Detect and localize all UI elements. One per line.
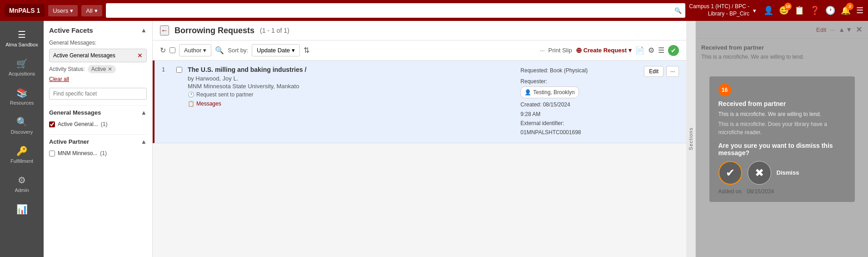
help-icon[interactable]: ❓ <box>810 5 820 15</box>
campus-arrow[interactable]: ▾ <box>753 7 756 14</box>
tasks-icon[interactable]: 📋 <box>794 5 804 15</box>
toolbar: ↻ Author ▾ 🔍 Sort by: Update Date ▾ ⇅ ··… <box>153 40 686 60</box>
added-label: Added on <box>718 188 742 195</box>
main-layout: ☰ Alma Sandbox 🛒 Acquisitions 📚 Resource… <box>0 21 868 257</box>
sidebar-item-admin[interactable]: ⚙ Admin <box>1 170 42 197</box>
sidebar-item-fulfillment[interactable]: 🔑 Fulfillment <box>1 141 42 168</box>
dismiss-confirm-button[interactable]: ✔ <box>718 161 742 185</box>
search-icon[interactable]: 🔍 <box>674 7 682 14</box>
list-view-button[interactable]: ☰ <box>658 46 664 55</box>
menu-icon[interactable]: ☰ <box>856 5 863 15</box>
content-header: ← Borrowing Requests (1 - 1 of 1) <box>153 21 686 40</box>
status-text: Request sent to partner <box>196 91 253 98</box>
resources-icon: 📚 <box>16 87 28 98</box>
dismiss-overlay: 16 Received from partner This is a micro… <box>696 21 868 257</box>
top-navigation: MnPALS 1 Users ▾ All ▾ 🔍 Campus 1 (HTC) … <box>0 0 868 21</box>
sort-direction-button[interactable]: ⇅ <box>304 46 309 55</box>
dismiss-badge: 16 <box>718 84 731 96</box>
dismiss-question: Are you sure you want to dismiss this me… <box>718 142 846 156</box>
search-input[interactable] <box>110 7 675 14</box>
sidebar-item-acquisitions[interactable]: 🛒 Acquisitions <box>1 54 42 81</box>
person-icon: 👤 <box>524 88 531 97</box>
sidebar-item-resources[interactable]: 📚 Resources <box>1 83 42 110</box>
external-id-row: External identifier: 01MNPALSHTC0001698 <box>520 119 639 137</box>
dismiss-label: Dismiss <box>777 169 799 176</box>
general-messages-collapse[interactable]: ▲ <box>141 109 147 116</box>
row-more-button[interactable]: ··· <box>666 66 679 77</box>
print-slip-button[interactable]: Print Slip <box>549 47 572 54</box>
right-panel: Edit ··· ▲ ▼ ✕ Received from partner Thi… <box>695 21 868 257</box>
facets-title: Active Facets <box>49 26 93 34</box>
sort-field-button[interactable]: Update Date ▾ <box>252 44 300 56</box>
sections-label: Sections <box>688 127 693 150</box>
messages-link[interactable]: 📋 Messages <box>188 101 515 107</box>
table-row: 1 The U.S. milling and baking industries… <box>153 60 686 143</box>
page-title: Borrowing Requests <box>175 26 254 35</box>
sidebar-item-alma-sandbox[interactable]: ☰ Alma Sandbox <box>1 25 42 52</box>
created-time: 9:28 AM <box>520 110 639 119</box>
dismiss-card: 16 Received from partner This is a micro… <box>709 76 855 202</box>
active-partner-collapse[interactable]: ▲ <box>141 138 147 145</box>
active-partner-checkbox[interactable] <box>49 151 55 156</box>
user-icon[interactable]: 👤 <box>763 5 773 15</box>
search-scope-button[interactable]: Users ▾ <box>48 5 78 16</box>
notifications-icon[interactable]: 🔔 3 <box>841 5 851 15</box>
search-filter-button[interactable]: All ▾ <box>81 5 102 16</box>
active-partner-count: (1) <box>100 150 107 156</box>
refresh-button[interactable]: ↻ <box>160 46 166 55</box>
requester-name: Testing, Brooklyn <box>533 88 574 97</box>
active-partner-section-title: Active Partner <box>49 138 89 145</box>
left-sidebar: ☰ Alma Sandbox 🛒 Acquisitions 📚 Resource… <box>0 21 44 257</box>
search-filter-arrow: ▾ <box>95 7 98 14</box>
notifications-badge: 3 <box>846 3 853 10</box>
activity-status-value: Active <box>91 66 106 72</box>
row-number: 1 <box>162 66 171 73</box>
dismiss-cancel-button[interactable]: ✖ <box>748 161 771 185</box>
search-scope-arrow: ▾ <box>70 7 73 14</box>
result-count: (1 - 1 of 1) <box>260 27 289 34</box>
sort-label: Sort by: <box>228 47 248 54</box>
messages-badge: 18 <box>784 3 792 10</box>
general-messages-label: General Messages: <box>49 40 147 46</box>
back-button[interactable]: ← <box>160 25 169 35</box>
request-status: 🕐 Request sent to partner <box>188 91 515 98</box>
create-request-button[interactable]: ⊕ Create Request ▾ <box>576 46 632 55</box>
search-list-button[interactable]: 🔍 <box>215 46 224 55</box>
facets-panel: Active Facets ▲ General Messages: Active… <box>44 21 153 257</box>
facets-collapse-button[interactable]: ▲ <box>141 27 147 34</box>
row-edit-button[interactable]: Edit <box>644 66 663 77</box>
remove-general-messages[interactable]: ✕ <box>137 52 143 59</box>
discovery-icon: 🔍 <box>16 116 28 127</box>
author-dropdown-button[interactable]: Author ▾ <box>179 44 211 56</box>
remove-activity-status[interactable]: ✕ <box>108 66 112 72</box>
sidebar-acquisitions-label: Acquisitions <box>9 71 35 76</box>
requested-type: Requested: Book (Physical) <box>520 66 639 75</box>
added-date-row: Added on 08/15/2024 <box>718 188 846 195</box>
find-facet-input[interactable] <box>49 88 147 100</box>
facet-tag-text: Active General Messages <box>53 52 115 59</box>
requester-row: Requester: 👤 Testing, Brooklyn <box>520 77 639 98</box>
toolbar-more-icon[interactable]: ··· <box>540 47 545 54</box>
dismiss-actions: ✔ ✖ Dismiss <box>718 161 846 185</box>
cancel-icon: ✖ <box>755 166 764 179</box>
row-checkbox[interactable] <box>176 67 182 73</box>
general-messages-checkbox[interactable] <box>49 121 55 127</box>
history-icon[interactable]: 🕐 <box>825 5 835 15</box>
sections-divider[interactable]: Sections <box>686 21 695 257</box>
active-partner-item: MNM Minneso... (1) <box>49 149 147 158</box>
search-scope-label: Users <box>53 7 68 14</box>
select-all-checkbox[interactable] <box>170 47 175 53</box>
clear-all-link[interactable]: Clear all <box>49 76 147 82</box>
messages-icon[interactable]: 😊 18 <box>779 5 789 15</box>
row-meta: Requested: Book (Physical) Requester: 👤 … <box>520 66 639 137</box>
campus-line1: Campus 1 (HTC) / BPC - <box>689 3 749 10</box>
document-icon-button[interactable]: 📄 <box>635 46 644 55</box>
row-actions: Edit ··· <box>644 66 679 77</box>
campus-switcher[interactable]: Campus 1 (HTC) / BPC - Library - BP_Circ <box>689 3 749 17</box>
sidebar-item-discovery[interactable]: 🔍 Discovery <box>1 112 42 139</box>
sidebar-item-more[interactable]: 📊 <box>1 199 42 219</box>
sidebar-fulfillment-label: Fulfillment <box>10 158 33 164</box>
app-logo[interactable]: MnPALS 1 <box>5 4 45 17</box>
create-request-plus: ⊕ <box>576 46 582 55</box>
settings-icon-button[interactable]: ⚙ <box>648 46 654 55</box>
